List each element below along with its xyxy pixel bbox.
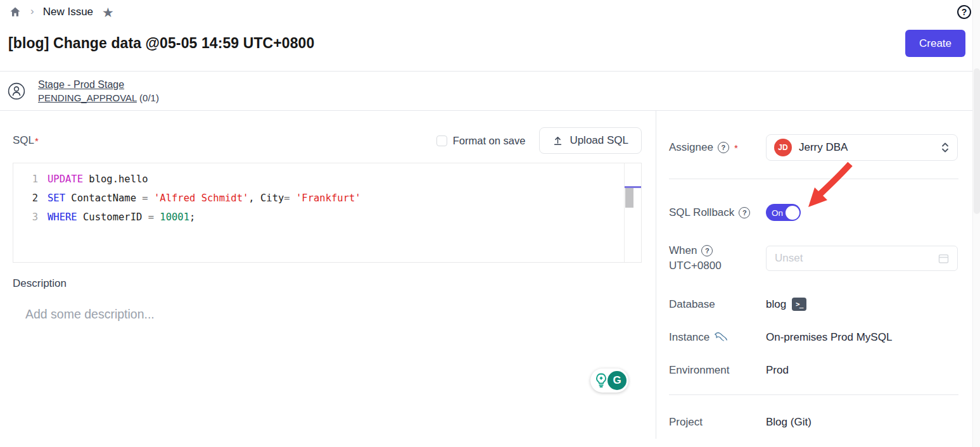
chevron-right-icon: › xyxy=(30,5,34,18)
when-label-group: When ? UTC+0800 xyxy=(669,244,766,272)
sql-label: SQL xyxy=(13,134,34,147)
sql-header-row: SQL* Format on save Upload SQL xyxy=(13,127,642,154)
database-value[interactable]: blog xyxy=(766,298,786,311)
database-label: Database xyxy=(669,298,715,311)
stage-status: PENDING_APPROVAL (0/1) xyxy=(38,92,159,103)
help-icon[interactable]: ? xyxy=(957,5,971,19)
line-number: 2 xyxy=(13,189,48,208)
toggle-knob xyxy=(786,206,799,220)
page-scrollbar-thumb[interactable] xyxy=(974,68,980,214)
sql-required-mark: * xyxy=(35,135,39,146)
upload-sql-label: Upload SQL xyxy=(570,134,628,147)
editor-overview-ruler xyxy=(624,163,641,262)
format-on-save-control[interactable]: Format on save xyxy=(436,135,526,147)
lightbulb-icon[interactable] xyxy=(595,373,608,388)
code-line-3: 3WHERE CustomerID = 10001; xyxy=(13,208,641,227)
description-input[interactable]: Add some description... xyxy=(25,307,642,322)
sidebar-divider xyxy=(669,179,958,179)
sidebar-divider xyxy=(669,394,958,395)
stage-status-count: (0/1) xyxy=(139,92,159,103)
project-label: Project xyxy=(669,416,703,429)
sql-rollback-toggle[interactable]: On xyxy=(766,204,801,221)
create-button[interactable]: Create xyxy=(905,30,965,57)
issue-sidebar: Assignee ? * JD Jerry DBA SQL Rollback ?… xyxy=(656,111,980,439)
content: SQL* Format on save Upload SQL 1UPDATE b… xyxy=(0,111,980,439)
line-number: 3 xyxy=(13,208,48,227)
when-timezone: UTC+0800 xyxy=(669,260,722,272)
mysql-dolphin-icon xyxy=(714,332,728,343)
stage-strip: Stage - Prod Stage PENDING_APPROVAL (0/1… xyxy=(0,71,980,111)
when-placeholder: Unset xyxy=(775,252,938,265)
toggle-state-label: On xyxy=(772,208,783,217)
instance-row: Instance On-premises Prod MySQL xyxy=(669,331,958,344)
when-label: When xyxy=(669,244,697,257)
project-value: Blog (Git) xyxy=(766,416,811,429)
assignee-value: Jerry DBA xyxy=(799,141,941,154)
stage-link[interactable]: Stage - Prod Stage xyxy=(38,79,159,91)
assignee-label-group: Assignee ? * xyxy=(669,141,766,154)
project-row: Project Blog (Git) xyxy=(669,416,958,429)
calendar-icon xyxy=(938,253,949,264)
stage-texts: Stage - Prod Stage PENDING_APPROVAL (0/1… xyxy=(38,79,159,103)
environment-row: Environment Prod xyxy=(669,364,958,377)
when-help-icon[interactable]: ? xyxy=(701,245,713,256)
select-arrows-icon xyxy=(941,141,950,154)
main-panel: SQL* Format on save Upload SQL 1UPDATE b… xyxy=(0,111,656,439)
breadcrumb: › New Issue ★ ? xyxy=(0,0,980,23)
instance-value: On-premises Prod MySQL xyxy=(766,331,892,344)
database-row: Database blog >_ xyxy=(669,298,958,311)
format-on-save-label: Format on save xyxy=(453,135,526,147)
line-number: 1 xyxy=(13,170,48,189)
sql-code-area[interactable]: 1UPDATE blog.hello 2SET ContactName = 'A… xyxy=(13,163,641,227)
description-label: Description xyxy=(13,277,642,290)
stage-status-link[interactable]: PENDING_APPROVAL xyxy=(38,92,137,103)
environment-label: Environment xyxy=(669,364,729,377)
sql-rollback-label-group: SQL Rollback ? xyxy=(669,206,766,219)
grammarly-icon[interactable]: G xyxy=(608,371,627,390)
assignee-help-icon[interactable]: ? xyxy=(718,142,729,153)
environment-value: Prod xyxy=(766,364,789,377)
assignee-avatar: JD xyxy=(774,139,792,156)
instance-label: Instance xyxy=(669,331,710,344)
grammarly-widget: G xyxy=(590,368,628,393)
breadcrumb-page-title[interactable]: New Issue xyxy=(43,6,93,18)
format-on-save-checkbox[interactable] xyxy=(436,135,447,146)
terminal-icon[interactable]: >_ xyxy=(792,298,806,311)
title-row: [blog] Change data @05-05 14:59 UTC+0800… xyxy=(0,23,980,57)
page-scrollbar[interactable] xyxy=(972,0,980,447)
code-line-2: 2SET ContactName = 'Alfred Schmidt', Cit… xyxy=(13,189,641,208)
upload-icon xyxy=(552,135,563,146)
assignee-select[interactable]: JD Jerry DBA xyxy=(766,134,958,161)
page-title: [blog] Change data @05-05 14:59 UTC+0800 xyxy=(8,35,314,52)
when-date-input[interactable]: Unset xyxy=(766,246,958,271)
assignee-label: Assignee xyxy=(669,141,713,154)
home-icon[interactable] xyxy=(9,6,22,18)
assignee-person-icon xyxy=(8,82,25,100)
code-line-1: 1UPDATE blog.hello xyxy=(13,170,641,189)
sql-editor[interactable]: 1UPDATE blog.hello 2SET ContactName = 'A… xyxy=(13,163,642,263)
sql-rollback-label: SQL Rollback xyxy=(669,206,734,219)
editor-scrollbar-thumb[interactable] xyxy=(625,188,633,208)
upload-sql-button[interactable]: Upload SQL xyxy=(539,127,642,154)
assignee-required-mark: * xyxy=(734,142,738,153)
assignee-row: Assignee ? * JD Jerry DBA xyxy=(669,134,958,161)
favorite-star-icon[interactable]: ★ xyxy=(102,6,114,19)
sql-rollback-help-icon[interactable]: ? xyxy=(739,207,750,218)
when-row: When ? UTC+0800 Unset xyxy=(669,244,958,272)
sql-rollback-row: SQL Rollback ? On xyxy=(669,204,958,221)
